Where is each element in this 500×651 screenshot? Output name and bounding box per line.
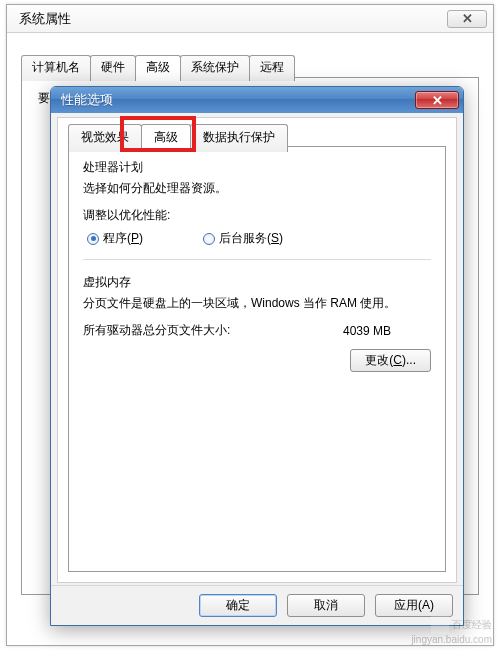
- adjust-label: 调整以优化性能:: [83, 207, 431, 224]
- radio-icon: [203, 233, 215, 245]
- outer-close-button[interactable]: ✕: [447, 10, 487, 28]
- inner-button-row: 确定 取消 应用(A): [51, 585, 463, 625]
- tab-hardware[interactable]: 硬件: [90, 55, 136, 81]
- vm-desc: 分页文件是硬盘上的一块区域，Windows 当作 RAM 使用。: [83, 295, 431, 312]
- outer-title: 系统属性: [19, 10, 447, 28]
- outer-tabs: 计算机名 硬件 高级 系统保护 远程: [21, 55, 294, 81]
- tab-label: 视觉效果: [81, 130, 129, 144]
- inner-close-button[interactable]: ✕: [415, 91, 459, 109]
- radio-background-services[interactable]: 后台服务(S): [203, 230, 283, 247]
- tab-label: 高级: [146, 60, 170, 74]
- outer-titlebar[interactable]: 系统属性 ✕: [7, 5, 493, 33]
- vm-title: 虚拟内存: [83, 274, 431, 291]
- inner-title: 性能选项: [61, 91, 415, 109]
- tab-system-protection[interactable]: 系统保护: [180, 55, 250, 81]
- tab-label: 系统保护: [191, 60, 239, 74]
- ok-button[interactable]: 确定: [199, 594, 277, 617]
- inner-titlebar[interactable]: 性能选项 ✕: [51, 87, 463, 113]
- radio-label: 程序(P): [103, 230, 143, 247]
- radio-icon: [87, 233, 99, 245]
- vm-total-row: 所有驱动器总分页文件大小: 4039 MB: [83, 322, 431, 339]
- processor-scheduling-group: 处理器计划 选择如何分配处理器资源。 调整以优化性能: 程序(P) 后台服务(S…: [83, 159, 431, 260]
- inner-body: 视觉效果 高级 数据执行保护 处理器计划 选择如何分配处理器资源。 调整以优化性…: [57, 117, 457, 583]
- tab-label: 计算机名: [32, 60, 80, 74]
- change-button[interactable]: 更改(C)...: [350, 349, 431, 372]
- tab-label: 远程: [260, 60, 284, 74]
- virtual-memory-group: 虚拟内存 分页文件是硬盘上的一块区域，Windows 当作 RAM 使用。 所有…: [83, 274, 431, 384]
- vm-change-row: 更改(C)...: [83, 349, 431, 372]
- tab-remote[interactable]: 远程: [249, 55, 295, 81]
- tab-advanced[interactable]: 高级: [135, 55, 181, 81]
- close-icon: ✕: [432, 93, 443, 108]
- tab-visual-effects[interactable]: 视觉效果: [68, 124, 142, 152]
- radio-label: 后台服务(S): [219, 230, 283, 247]
- inner-tabs: 视觉效果 高级 数据执行保护: [68, 124, 287, 152]
- apply-button[interactable]: 应用(A): [375, 594, 453, 617]
- cancel-button[interactable]: 取消: [287, 594, 365, 617]
- vm-total-value: 4039 MB: [343, 324, 391, 338]
- processor-desc: 选择如何分配处理器资源。: [83, 180, 431, 197]
- tab-label: 高级: [154, 130, 178, 144]
- processor-title: 处理器计划: [83, 159, 431, 176]
- tab-computer-name[interactable]: 计算机名: [21, 55, 91, 81]
- inner-tab-panel: 处理器计划 选择如何分配处理器资源。 调整以优化性能: 程序(P) 后台服务(S…: [68, 146, 446, 572]
- close-icon: ✕: [462, 11, 473, 26]
- tab-dep[interactable]: 数据执行保护: [190, 124, 288, 152]
- radio-row: 程序(P) 后台服务(S): [83, 230, 431, 247]
- tab-advanced-inner[interactable]: 高级: [141, 124, 191, 152]
- vm-total-label: 所有驱动器总分页文件大小:: [83, 322, 343, 339]
- radio-programs[interactable]: 程序(P): [87, 230, 143, 247]
- tab-label: 硬件: [101, 60, 125, 74]
- performance-options-dialog: 性能选项 ✕ 视觉效果 高级 数据执行保护 处理器计划 选择如何分配处理器资源。…: [50, 86, 464, 626]
- tab-label: 数据执行保护: [203, 130, 275, 144]
